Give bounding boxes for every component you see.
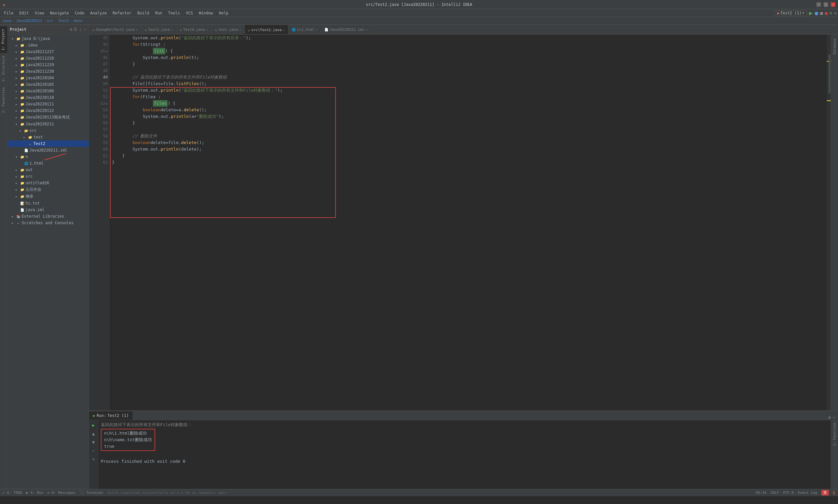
- run-button[interactable]: ▶: [809, 10, 813, 16]
- messages-status[interactable]: ✉ 0: Messages: [48, 490, 76, 495]
- tree-item-test2[interactable]: ☕ Test2: [7, 140, 89, 147]
- tab-src-test2[interactable]: ☕ src\Test2.java ✕: [245, 25, 289, 34]
- close-tab-test4[interactable]: ✕: [206, 28, 208, 32]
- settings-button[interactable]: ⚙: [830, 11, 832, 15]
- tree-item-jicheng[interactable]: ▸ 📁 继承: [7, 193, 89, 200]
- tree-item-test[interactable]: ▸ 📁 test: [7, 134, 89, 140]
- tree-item-java20220113[interactable]: ▸ 📁 Java20220113期末考试: [7, 114, 89, 121]
- breadcrumb-test2[interactable]: Test2: [58, 19, 69, 23]
- close-tab-test[interactable]: ✕: [239, 28, 241, 32]
- bottom-minimize-icon[interactable]: −: [833, 415, 835, 420]
- tab-shangke-test2[interactable]: ☕ ShangKe\Test2.java ✕: [89, 25, 141, 34]
- tree-item-src[interactable]: ▾ 📂 src: [7, 127, 89, 134]
- editor-scrollbar[interactable]: [827, 35, 831, 410]
- menu-view[interactable]: View: [32, 10, 47, 16]
- tree-item-java20220111[interactable]: ▸ 📁 Java20220111: [7, 101, 89, 107]
- menu-window[interactable]: Window: [196, 10, 215, 16]
- line-ending[interactable]: CRLF: [770, 490, 779, 495]
- tree-item-out[interactable]: ▸ 📁 out: [7, 166, 89, 173]
- event-log[interactable]: Event Log: [798, 490, 817, 495]
- tab-test3[interactable]: ☕ Test3.java ✕: [141, 25, 176, 34]
- breadcrumb-project[interactable]: Java20220211: [16, 19, 42, 23]
- cursor-position[interactable]: 49:34: [755, 490, 766, 495]
- tab-n-1html[interactable]: 🌐 n\1.html ✕: [288, 25, 321, 34]
- debug-button[interactable]: ●: [815, 10, 818, 16]
- tree-item-java20220112[interactable]: ▸ 📁 Java20220112: [7, 107, 89, 114]
- close-tab-shangke[interactable]: ✕: [136, 28, 138, 32]
- menu-refactor[interactable]: Refactor: [110, 10, 134, 16]
- menu-help[interactable]: Help: [216, 10, 231, 16]
- menu-edit[interactable]: Edit: [17, 10, 32, 16]
- maximize-button[interactable]: □: [824, 2, 828, 7]
- tree-item-java20220105[interactable]: ▸ 📁 Java20220105: [7, 81, 89, 88]
- terminal-status[interactable]: ⬛ Terminal: [79, 490, 104, 495]
- run-with-coverage-button[interactable]: ■: [820, 11, 823, 16]
- tree-item-java20211228[interactable]: ▸ 📁 Java20211228: [7, 55, 89, 61]
- menu-vcs[interactable]: VCS: [183, 10, 196, 16]
- menu-build[interactable]: Build: [135, 10, 152, 16]
- tab-test4[interactable]: ☕ Test4.java ✕: [177, 25, 212, 34]
- notification-badge[interactable]: 英: [821, 490, 829, 496]
- tree-item-java20211230[interactable]: ▸ 📁 Java20211230: [7, 68, 89, 75]
- encoding[interactable]: UTF-8: [783, 490, 794, 495]
- tree-item-n[interactable]: ▾ 📁 n: [7, 154, 89, 160]
- tree-item-java-root[interactable]: ▾ 📁 java D:\java: [7, 35, 89, 42]
- rerun-button[interactable]: ▶: [90, 421, 97, 429]
- tree-item-yuandan[interactable]: ▸ 📁 元旦作业: [7, 186, 89, 193]
- menu-navigate[interactable]: Navigate: [48, 10, 72, 16]
- breadcrumb-java[interactable]: java: [3, 19, 12, 23]
- tree-item-java20220110[interactable]: ▸ 📁 Java20220110: [7, 94, 89, 101]
- tree-item-java20220106[interactable]: ▸ 📁 Java20220106: [7, 88, 89, 94]
- tree-item-java20220211[interactable]: ▾ 📁 Java20220211: [7, 121, 89, 127]
- sidebar-gear-icon[interactable]: ⋮: [78, 27, 83, 32]
- stop-button[interactable]: ■: [825, 11, 827, 16]
- tree-item-external-libraries[interactable]: ▸ 📚 External Libraries: [7, 213, 89, 220]
- sidebar-settings-icon[interactable]: ⚙: [70, 27, 72, 32]
- tree-item-java20211227[interactable]: ▸ 📁 Java20211227: [7, 49, 89, 55]
- tab-test[interactable]: ☕ test.java ✕: [212, 25, 245, 34]
- tree-item-idea[interactable]: ▸ 📁 .idea: [7, 42, 89, 49]
- tree-item-iml[interactable]: 📄 Java20220211.iml: [7, 147, 89, 154]
- scroll-down-button[interactable]: ▼: [90, 438, 97, 446]
- tree-item-java20220104[interactable]: ▸ 📁 java20220104: [7, 75, 89, 81]
- structure-tab[interactable]: 2: Structure: [0, 53, 6, 84]
- tree-item-untitled26[interactable]: ▸ 📁 untitled26: [7, 180, 89, 186]
- breadcrumb-src[interactable]: src: [47, 19, 53, 23]
- menu-analyze[interactable]: Analyze: [87, 10, 109, 16]
- sidebar-layout-icon[interactable]: ☰: [74, 27, 77, 32]
- soft-wrap-button[interactable]: ≡: [90, 455, 97, 463]
- tree-item-java20211229[interactable]: ▸ 📁 java20211229: [7, 61, 89, 68]
- tree-item-hitxt[interactable]: 📝 hi.txt: [7, 200, 89, 206]
- bottom-settings-icon[interactable]: ⚙: [828, 415, 831, 420]
- run-config-selector[interactable]: ▶ Test2 (1) ▼: [774, 10, 807, 16]
- todo-status[interactable]: ☑ 6: TODO: [3, 490, 22, 495]
- wrap-button[interactable]: ↩: [90, 447, 97, 454]
- code-editor[interactable]: System.out.println("返回此路径下表示的所有目录："); fo…: [109, 35, 827, 410]
- menu-run[interactable]: Run: [153, 10, 165, 16]
- close-tab-src-test2[interactable]: ✕: [283, 28, 285, 32]
- project-tab[interactable]: 1: Project: [0, 26, 7, 53]
- scroll-up-button[interactable]: ▲: [90, 430, 97, 437]
- menu-file[interactable]: File: [1, 10, 16, 16]
- scroll-thumb[interactable]: [828, 54, 831, 94]
- menu-tools[interactable]: Tools: [166, 10, 183, 16]
- close-tab-iml[interactable]: ✕: [365, 28, 368, 32]
- run-tab[interactable]: ▶ Run: Test2 (1): [89, 411, 132, 420]
- tree-item-javaiml[interactable]: 📄 java.iml: [7, 206, 89, 213]
- tree-item-scratches[interactable]: ▸ ✏ Scratches and Consoles: [7, 220, 89, 226]
- close-button[interactable]: ✕: [831, 2, 835, 7]
- favorites-strip-tab[interactable]: 2: Favorites: [832, 420, 837, 448]
- favorites-tab[interactable]: 2: Favorites: [0, 85, 6, 115]
- notifications-button[interactable]: ✉: [834, 11, 837, 15]
- sidebar-minimize-icon[interactable]: −: [84, 27, 86, 32]
- tab-java20220211-iml[interactable]: 📄 Java20220211.iml ✕: [321, 25, 371, 34]
- close-tab-test3[interactable]: ✕: [171, 28, 173, 32]
- minimize-button[interactable]: −: [816, 2, 821, 7]
- close-tab-n-1html[interactable]: ✕: [316, 28, 318, 32]
- run-status[interactable]: ▶ 4: Run: [26, 490, 43, 495]
- tree-item-src2[interactable]: ▸ 📁 src: [7, 173, 89, 180]
- tree-item-1html[interactable]: 🌐 1.html: [7, 160, 89, 166]
- editor-area[interactable]: 43 44 45 ◇ 46 47 48 49 50 51 52 53 ◇ 54 …: [89, 35, 838, 410]
- menu-code[interactable]: Code: [72, 10, 87, 16]
- database-tab[interactable]: Database: [832, 36, 837, 57]
